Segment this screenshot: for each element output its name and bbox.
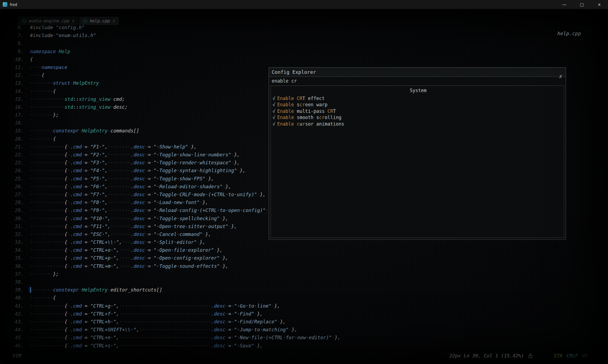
line-number: 32. [10, 230, 23, 238]
line-number: 37. [10, 270, 23, 278]
code-text: ············{·.cmd·=·"F3·",········.desc… [23, 159, 240, 167]
code-line: 43.············{·.cmd·=·"CTRL+h·",······… [10, 318, 340, 326]
line-number: 20. [10, 135, 23, 143]
line-number: 31. [10, 223, 23, 230]
code-text: ········constexpr·HelpEntry·editor_short… [23, 286, 162, 294]
code-text: ············{·.cmd·=·"CTRL+o·",····.desc… [23, 246, 223, 254]
line-number: 41. [10, 302, 23, 310]
code-text: ············{·.cmd·=·"CTRL+h·",·········… [23, 318, 286, 326]
code-line: 8. [10, 40, 340, 47]
code-text: ············{·.cmd·=·"F2·",········.desc… [23, 151, 240, 159]
code-line: 44.············{·.cmd·=·"CTRL+SHIFT+\\·"… [10, 326, 340, 334]
app-window: fred — □ × C+audio-engine.cppXC+help.cpp… [0, 0, 608, 364]
status-flags: STXCRLFWS [554, 353, 588, 359]
line-number: 39. [10, 286, 23, 294]
status-bar: VIM 22px Ln 39, Col 1 (15.42%) STXCRLFWS [10, 352, 600, 360]
code-text: ············{·.cmd·=·"F10·",·······.desc… [23, 215, 228, 223]
config-close-icon[interactable]: X [559, 74, 562, 79]
line-number: 19. [10, 127, 23, 135]
code-text: ········}; [23, 111, 59, 119]
code-text: { [23, 56, 33, 63]
code-line: 34.············{·.cmd·=·"CTRL+o·",····.d… [10, 246, 340, 254]
tab-close-icon[interactable]: X [113, 19, 115, 23]
maximize-button[interactable]: □ [573, 0, 591, 9]
line-number: 16. [10, 103, 23, 111]
cursor-position-text: 22px Ln 39, Col 1 (15.42%) [449, 353, 524, 359]
code-text: ········{ [23, 294, 56, 302]
config-items: √Enable CRT effect√Enable screen warp√En… [272, 95, 564, 127]
config-item-label: Enable CRT effect [277, 96, 325, 101]
code-text: ········{ [23, 135, 56, 143]
config-item-list: System √Enable CRT effect√Enable screen … [271, 86, 564, 238]
code-text: ············{·.cmd·=·"CTRL+m·",····.desc… [23, 262, 228, 270]
line-number: 11. [10, 63, 23, 71]
code-text: #include·"config.h" [23, 24, 85, 32]
lock-icon [528, 353, 532, 358]
line-number: 14. [10, 87, 23, 95]
code-text: ············{·.cmd·=·"CTRL+f·",·········… [23, 310, 263, 318]
code-line: 7.#include·"enum-utils.h" [10, 32, 340, 40]
cpp-file-icon: C+ [22, 19, 26, 23]
config-item[interactable]: √Enable smooth scrolling [272, 114, 564, 121]
code-text: ········constexpr·HelpEntry·commands[] [23, 127, 139, 135]
code-line: 37.········}; [10, 270, 340, 278]
code-line: 35.············{·.cmd·=·"CTRL+p·",····.d… [10, 254, 340, 262]
close-button[interactable]: × [591, 0, 608, 9]
code-text: namespace·Help [23, 48, 70, 56]
code-text: ············{·.cmd·=·"CTRL+SHIFT+\\·",··… [23, 326, 297, 334]
code-text: ············{·.cmd·=·"F6·",········.desc… [23, 183, 231, 191]
line-number: 9. [10, 48, 23, 56]
line-number: 33. [10, 238, 23, 246]
line-number: 13. [10, 79, 23, 87]
code-line: 39.········constexpr·HelpEntry·editor_sh… [10, 286, 340, 294]
tab-close-icon[interactable]: X [72, 19, 74, 23]
line-number: 29. [10, 207, 23, 214]
code-line: 6.#include·"config.h" [10, 24, 340, 32]
code-text: ············{·.cmd·=·"F11·",·······.desc… [23, 223, 237, 230]
config-item-label: Enable cursor animations [277, 121, 344, 127]
code-line: 9.namespace·Help [10, 48, 340, 56]
tab-help.cpp[interactable]: C+help.cppX [79, 17, 118, 25]
line-number: 7. [10, 32, 23, 40]
config-item[interactable]: √Enable screen warp [272, 102, 564, 108]
checkbox-checked-icon: √ [272, 102, 275, 107]
line-number: 23. [10, 159, 23, 167]
status-flag-crlf: CRLF [567, 353, 578, 359]
app-icon [3, 2, 7, 7]
code-text: ····{ [23, 71, 44, 79]
tab-audio-engine.cpp[interactable]: C+audio-engine.cppX [19, 17, 78, 25]
code-text: ············{·.cmd·=·"CTRL+\\·",···.desc… [23, 238, 205, 246]
code-line: 46.············{·.cmd·=·"CTRL+s·",······… [10, 342, 340, 350]
minimize-button[interactable]: — [556, 0, 573, 9]
code-line: 41.············{·.cmd·=·"CTRL+g·",······… [10, 302, 340, 310]
line-number: 10. [10, 56, 23, 63]
code-text: ············{·.cmd·=·"CTRL+p·",····.desc… [23, 254, 228, 262]
config-search-input[interactable]: enable cr [269, 77, 566, 85]
code-text: ············{·.cmd·=·"F1·",········.desc… [23, 143, 197, 151]
code-text: ············{·.cmd·=·"F7·",········.desc… [23, 191, 266, 199]
config-item[interactable]: √Enable CRT effect [272, 95, 564, 102]
cpp-file-icon: C+ [83, 19, 87, 23]
code-text: ············{·.cmd·=·"CTRL+s·",·········… [23, 342, 263, 350]
config-item[interactable]: √Enable multi-pass CRT [272, 108, 564, 114]
code-line: 45.············{·.cmd·=·"CTRL+n·",······… [10, 334, 340, 342]
status-flag-stx: STX [554, 353, 562, 359]
line-number: 38. [10, 278, 23, 286]
config-item[interactable]: √Enable cursor animations [272, 121, 564, 127]
code-text: ············{·.cmd·=·"F4·",········.desc… [23, 167, 245, 175]
line-number: 44. [10, 326, 23, 334]
filename-overlay: help.cpp [557, 31, 581, 36]
code-line: 10.{ [10, 56, 340, 63]
checkbox-checked-icon: √ [272, 121, 275, 127]
line-number: 40. [10, 294, 23, 302]
config-item-label: Enable smooth scrolling [277, 115, 341, 120]
code-text: ············std::string_view·desc; [23, 103, 128, 111]
code-text: ············{·.cmd·=·"CTRL+g·",·········… [23, 302, 280, 310]
line-number: 6. [10, 24, 23, 32]
code-text: ········{ [23, 87, 56, 95]
crt-screen: C+audio-engine.cppXC+help.cppX help.cpp … [0, 9, 608, 364]
checkbox-checked-icon: √ [272, 96, 275, 101]
line-number: 26. [10, 183, 23, 191]
title-bar: fred — □ × [0, 0, 608, 9]
code-text: ············{·.cmd·=·"F5·",········.desc… [23, 175, 214, 183]
